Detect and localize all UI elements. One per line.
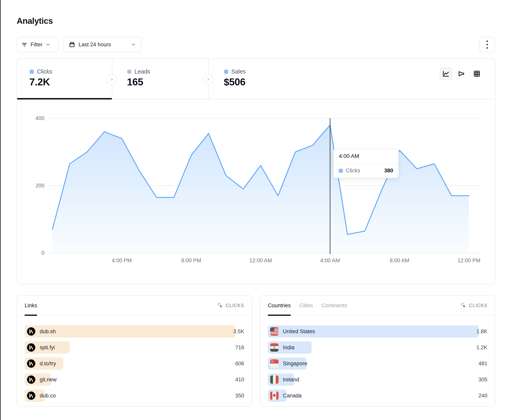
clicks-value: 7.2K: [29, 76, 50, 88]
countries-panel: CountriesCitiesContinents CLICKS United …: [260, 295, 495, 407]
tab-clicks[interactable]: Clicks 7.2K: [17, 59, 112, 100]
page-title: Analytics: [17, 16, 53, 26]
filter-button[interactable]: Filter: [17, 37, 58, 52]
country-clicks-value: 481: [478, 357, 487, 370]
clicks-legend-square-icon: [30, 70, 34, 74]
funnel-chart-toggle-button[interactable]: [455, 67, 468, 80]
dub-logo-icon: [27, 376, 35, 384]
dub-logo-icon: [27, 391, 35, 400]
window-accent-edge: [0, 0, 1, 420]
country-label: Singapore: [283, 361, 307, 367]
link-clicks-value: 3.5K: [233, 325, 244, 338]
links-sort-label: CLICKS: [226, 303, 244, 308]
country-label: Canada: [283, 393, 302, 399]
india-flag-icon: [270, 343, 278, 352]
link-row[interactable]: spti.fyi716: [25, 341, 244, 354]
cursor-click-icon: [461, 303, 467, 308]
cursor-click-icon: [217, 303, 223, 308]
sales-value: $506: [224, 76, 245, 88]
country-row[interactable]: Ireland305: [268, 373, 487, 386]
links-panel: Links CLICKS dub.sh3.5K spti.fyi716 d.to…: [17, 295, 252, 407]
clicks-tab-label: Clicks: [37, 68, 52, 75]
clicks-timeseries-chart[interactable]: 02004004:00 PM8:00 PM12:00 AM4:00 AM8:00…: [17, 100, 495, 284]
analytics-card: Clicks 7.2K Leads 165 Sales $506 › ›: [17, 58, 495, 284]
chart-tooltip: 4:00 AM Clicks 380: [333, 149, 399, 178]
stat-tabs-row: Clicks 7.2K Leads 165 Sales $506 › ›: [17, 59, 495, 100]
x-axis-tick-label: 12:00 PM: [457, 258, 480, 263]
country-clicks-value: 1.2K: [476, 341, 487, 354]
dub-logo-icon: [27, 327, 35, 336]
date-range-label: Last 24 hours: [79, 42, 111, 48]
line-chart-toggle-button[interactable]: [440, 67, 452, 80]
link-label: git.new: [40, 377, 57, 383]
link-clicks-value: 716: [235, 341, 244, 354]
chevron-down-icon: [46, 42, 50, 47]
active-tab-underline: [17, 98, 112, 100]
country-row[interactable]: United States1.8K: [268, 325, 487, 338]
countries-sort-label: CLICKS: [469, 303, 487, 308]
link-value-bar: [25, 325, 235, 338]
countries-panel-header: CountriesCitiesContinents CLICKS: [260, 296, 495, 315]
link-row[interactable]: git.new410: [25, 373, 244, 386]
link-clicks-value: 410: [235, 373, 244, 386]
tab-sales[interactable]: Sales $506: [208, 59, 307, 100]
tooltip-time: 4:00 AM: [334, 149, 398, 164]
y-axis-tick-label: 200: [36, 183, 45, 188]
filter-button-label: Filter: [30, 42, 42, 48]
x-axis-tick-label: 8:00 AM: [389, 258, 409, 263]
tooltip-value: 380: [384, 168, 393, 174]
country-row[interactable]: India1.2K: [268, 341, 487, 354]
filter-lines-icon: [22, 42, 27, 48]
chart-view-toggles: [440, 67, 483, 80]
dub-logo-icon: [27, 359, 35, 368]
table-view-toggle-button[interactable]: [471, 67, 483, 80]
links-panel-header: Links CLICKS: [17, 296, 252, 315]
leads-value: 165: [127, 76, 143, 88]
country-clicks-value: 1.8K: [476, 325, 487, 338]
link-label: d.to/try: [40, 361, 56, 367]
link-row[interactable]: dub.co350: [25, 390, 244, 402]
link-label: dub.sh: [40, 328, 56, 335]
chevron-down-icon: [131, 42, 136, 47]
ireland-flag-icon: [270, 376, 278, 384]
country-label: United States: [283, 328, 315, 335]
leads-tab-label: Leads: [134, 68, 150, 75]
calendar-icon: [69, 42, 75, 48]
links-sort-by-clicks[interactable]: CLICKS: [217, 296, 244, 315]
table-grid-icon: [473, 70, 481, 78]
kebab-menu-icon: [486, 40, 488, 49]
link-row[interactable]: dub.sh3.5K: [25, 325, 244, 338]
y-axis-tick-label: 400: [36, 115, 45, 121]
tab-links[interactable]: Links: [25, 296, 37, 315]
us-flag-icon: [270, 327, 278, 336]
tab-cities[interactable]: Cities: [299, 296, 313, 315]
tooltip-series-label: Clicks: [346, 168, 360, 174]
link-label: spti.fyi: [40, 345, 55, 351]
date-range-button[interactable]: Last 24 hours: [63, 37, 142, 52]
tab-leads[interactable]: Leads 165: [112, 59, 208, 100]
line-chart-icon: [442, 70, 450, 78]
country-label: India: [283, 345, 295, 351]
country-clicks-value: 240: [478, 390, 487, 402]
area-chart-canvas: 02004004:00 PM8:00 PM12:00 AM4:00 AM8:00…: [17, 100, 495, 284]
expand-leads-sales-button[interactable]: ›: [203, 74, 214, 85]
tab-continents[interactable]: Continents: [321, 296, 347, 315]
tab-countries[interactable]: Countries: [268, 296, 291, 315]
dub-logo-icon: [27, 343, 35, 352]
canada-flag-icon: [270, 391, 278, 400]
country-row[interactable]: Canada240: [268, 390, 487, 402]
link-row[interactable]: d.to/try606: [25, 357, 244, 370]
country-row[interactable]: Singapore481: [268, 357, 487, 370]
sales-legend-square-icon: [224, 70, 228, 74]
link-clicks-value: 350: [235, 390, 244, 402]
x-axis-tick-label: 4:00 PM: [112, 258, 132, 263]
countries-sort-by-clicks[interactable]: CLICKS: [461, 296, 487, 315]
x-axis-tick-label: 12:00 AM: [249, 258, 272, 263]
singapore-flag-icon: [270, 359, 278, 368]
funnel-chart-icon: [458, 70, 465, 78]
y-axis-tick-label: 0: [41, 250, 45, 256]
sales-tab-label: Sales: [231, 68, 246, 75]
expand-clicks-leads-button[interactable]: ›: [106, 74, 117, 85]
link-clicks-value: 606: [235, 357, 244, 370]
more-options-button[interactable]: [479, 37, 495, 52]
